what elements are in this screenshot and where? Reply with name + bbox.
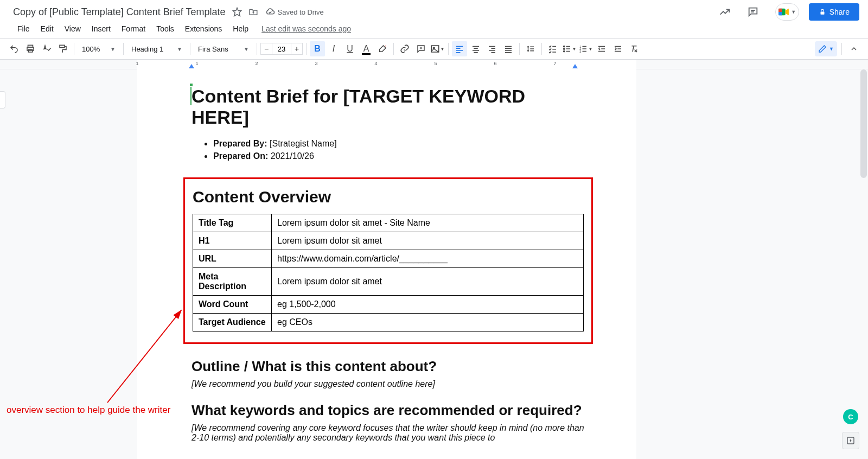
content-overview-section: Content Overview Title TagLorem ipsum do… (183, 177, 593, 344)
svg-rect-6 (778, 12, 782, 15)
line-spacing-button[interactable] (523, 41, 538, 56)
cloud-saved-icon[interactable]: Saved to Drive (265, 7, 324, 17)
font-size-value[interactable]: 23 (272, 43, 291, 55)
zoom-select[interactable]: 100%▼ (78, 42, 120, 56)
align-center-button[interactable] (468, 41, 483, 56)
saved-status: Saved to Drive (278, 8, 324, 16)
font-select[interactable]: Fira Sans▼ (194, 42, 253, 56)
text-cursor (190, 87, 192, 105)
undo-button[interactable] (7, 41, 22, 56)
add-comment-button[interactable] (413, 41, 429, 56)
share-label: Share (829, 8, 850, 16)
highlight-button[interactable] (375, 41, 390, 56)
table-row: Title TagLorem ipsum dolor sit amet - Si… (193, 214, 584, 232)
outline-collapse-tab[interactable] (0, 91, 5, 109)
svg-rect-7 (820, 11, 824, 14)
comments-icon[interactable] (747, 6, 759, 18)
collapse-toolbar-button[interactable] (846, 41, 861, 56)
print-button[interactable] (23, 41, 38, 56)
toolbar: 100%▼ Heading 1▼ Fira Sans▼ − 23 + B I U… (0, 38, 868, 60)
font-size-increase[interactable]: + (291, 43, 303, 55)
menu-format[interactable]: Format (117, 22, 150, 35)
vertical-scrollbar[interactable] (860, 69, 867, 178)
svg-point-41 (563, 48, 564, 49)
menu-file[interactable]: File (13, 22, 34, 35)
caret-down-icon: ▼ (829, 46, 834, 52)
menu-bar: File Edit View Insert Format Tools Exten… (0, 20, 868, 38)
font-size-decrease[interactable]: − (260, 43, 272, 55)
numbered-list-button[interactable]: 123▼ (578, 41, 593, 56)
right-indent-marker[interactable] (572, 64, 578, 68)
bullet-list-button[interactable]: ▼ (561, 41, 577, 56)
document-title[interactable]: Copy of [Public Template] Content Brief … (13, 7, 226, 18)
insert-image-button[interactable]: ▼ (430, 41, 445, 56)
paint-format-button[interactable] (55, 41, 71, 56)
svg-point-12 (385, 46, 386, 47)
menu-tools[interactable]: Tools (152, 22, 178, 35)
font-size-control: − 23 + (260, 43, 303, 55)
menu-view[interactable]: View (60, 22, 85, 35)
indent-increase-button[interactable] (610, 41, 626, 56)
section-note[interactable]: [We recommend covering any core keyword … (192, 423, 588, 443)
lock-icon (819, 8, 826, 16)
explore-icon (846, 436, 856, 445)
svg-rect-11 (60, 45, 65, 48)
doc-heading-1[interactable]: Content Brief for [TARGET KEYWORD HERE] (192, 86, 588, 128)
menu-edit[interactable]: Edit (36, 22, 58, 35)
list-item[interactable]: Prepared By: [Strategist Name] (213, 139, 588, 149)
star-icon[interactable] (232, 7, 242, 17)
user-badge[interactable]: C (843, 409, 858, 424)
paragraph-style-select[interactable]: Heading 1▼ (127, 42, 187, 56)
pencil-icon (818, 44, 827, 53)
align-right-button[interactable] (484, 41, 500, 56)
ruler[interactable]: 1 1 2 3 4 5 6 7 (0, 60, 868, 69)
underline-button[interactable]: U (342, 41, 358, 56)
cursor-indicator (190, 84, 193, 86)
svg-point-40 (563, 46, 564, 47)
italic-button[interactable]: I (326, 41, 341, 56)
align-justify-button[interactable] (501, 41, 516, 56)
svg-marker-62 (850, 439, 852, 442)
activity-icon[interactable] (719, 6, 731, 18)
last-edit-link[interactable]: Last edit was seconds ago (261, 24, 351, 33)
menu-extensions[interactable]: Extensions (181, 22, 226, 35)
meet-button[interactable]: ▼ (775, 3, 799, 21)
align-left-button[interactable] (452, 41, 467, 56)
document-canvas[interactable]: Content Brief for [TARGET KEYWORD HERE] … (0, 69, 868, 459)
overview-table[interactable]: Title TagLorem ipsum dolor sit amet - Si… (193, 214, 584, 331)
checklist-button[interactable] (545, 41, 560, 56)
editing-mode-button[interactable]: ▼ (815, 41, 837, 56)
list-item[interactable]: Prepared On: 2021/10/26 (213, 151, 588, 161)
text-color-button[interactable]: A (359, 41, 374, 56)
svg-marker-0 (233, 8, 241, 16)
table-row: URLhttps://www.domain.com/article/______… (193, 250, 584, 268)
table-row: H1Lorem ipsum dolor sit amet (193, 232, 584, 250)
table-row: Target Audienceeg CEOs (193, 314, 584, 331)
svg-point-42 (563, 50, 564, 52)
spellcheck-button[interactable] (39, 41, 54, 56)
meta-list[interactable]: Prepared By: [Strategist Name] Prepared … (213, 139, 588, 161)
indent-decrease-button[interactable] (594, 41, 609, 56)
caret-down-icon: ▼ (791, 9, 796, 15)
move-to-folder-icon[interactable] (248, 7, 258, 17)
section-heading-keywords[interactable]: What keywords and topics are recommended… (192, 402, 588, 419)
menu-help[interactable]: Help (228, 22, 253, 35)
document-page[interactable]: Content Brief for [TARGET KEYWORD HERE] … (137, 69, 636, 459)
title-bar: Copy of [Public Template] Content Brief … (0, 0, 868, 20)
svg-marker-4 (786, 9, 789, 15)
svg-text:3: 3 (579, 50, 581, 53)
insert-link-button[interactable] (397, 41, 412, 56)
annotation-text: overview section to help guide the write… (7, 405, 170, 416)
svg-rect-5 (778, 9, 782, 12)
bold-button[interactable]: B (310, 41, 325, 56)
section-heading-outline[interactable]: Outline / What is this content about? (192, 358, 588, 375)
menu-insert[interactable]: Insert (87, 22, 115, 35)
clear-formatting-button[interactable] (627, 41, 642, 56)
section-note[interactable]: [We recommend you build your suggested c… (192, 379, 588, 389)
share-button[interactable]: Share (809, 3, 859, 21)
table-row: Word Counteg 1,500-2,000 (193, 296, 584, 314)
overview-heading[interactable]: Content Overview (193, 188, 584, 206)
table-row: Meta DescriptionLorem ipsum dolor sit am… (193, 268, 584, 296)
left-indent-marker[interactable] (189, 64, 194, 68)
explore-button[interactable] (842, 432, 859, 449)
